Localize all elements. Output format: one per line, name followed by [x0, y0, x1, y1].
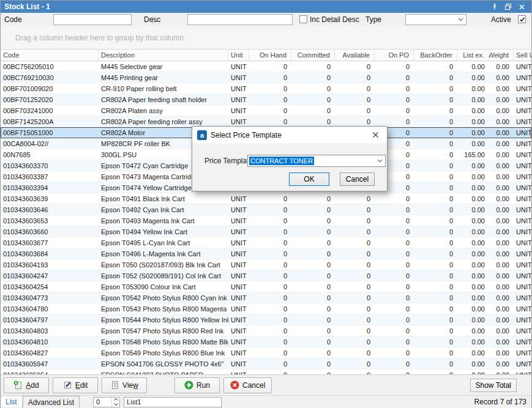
cell-unit: UNIT [228, 347, 249, 358]
cell-list_ex: 0.00 [457, 171, 489, 182]
cell-committed: 0 [291, 358, 335, 369]
column-header-on_po[interactable]: On PO [375, 50, 414, 61]
column-header-backorder[interactable]: BackOrder [414, 50, 457, 61]
table-row[interactable]: 010343603646Epson T0492 Cyan Ink CartUNI… [1, 204, 531, 215]
cell-description: Epson T0544 Photo Stylus R800 Yellow Ink [99, 314, 228, 325]
column-header-unit[interactable]: Unit [228, 50, 249, 61]
table-row[interactable]: 010343603660Epson T0494 Yellow Ink CartU… [1, 226, 531, 237]
dialog-titlebar[interactable]: a Select Price Template [192, 127, 387, 143]
column-header-weight[interactable]: Weight [489, 50, 514, 61]
desc-input[interactable] [187, 14, 293, 25]
spinner-down-icon[interactable] [112, 402, 119, 407]
cell-code: 010343604247 [1, 270, 99, 281]
table-row[interactable]: 010343603639Epson T0491 Black Ink CartUN… [1, 193, 531, 204]
cell-backorder: 0 [414, 314, 457, 325]
column-header-list_ex[interactable]: List ex. [457, 50, 489, 61]
cell-list_ex: 0.00 [457, 303, 489, 314]
cell-unit: UNIT [228, 215, 249, 226]
cell-on_po: 0 [375, 325, 414, 336]
table-row[interactable]: 00BC756205010M445 Selective gearUNIT0000… [1, 61, 531, 72]
restore-icon[interactable] [502, 2, 514, 12]
desc-input-field[interactable] [188, 15, 292, 24]
list-name-input[interactable]: List1 [124, 397, 222, 407]
cell-available: 0 [335, 204, 375, 215]
column-header-sell_unit[interactable]: Sell Unit [514, 50, 531, 61]
pin-icon[interactable] [489, 2, 501, 12]
cell-backorder: 0 [414, 237, 457, 248]
type-dropdown[interactable] [405, 14, 466, 25]
cell-list_ex: 0.00 [457, 83, 489, 94]
table-row[interactable]: 010343605947EPSON S041706 GLOSSY PHOTO 4… [1, 358, 531, 369]
table-row[interactable]: 010343604773Epson T0542 Photo Stylus R80… [1, 292, 531, 303]
cell-sell_unit: UNIT [514, 369, 531, 374]
cell-available: 0 [335, 292, 375, 303]
list-number-stepper[interactable]: 0 [93, 397, 120, 407]
column-header-committed[interactable]: Committed [291, 50, 335, 61]
cell-sell_unit: UNIT [514, 336, 531, 347]
column-header-on_hand[interactable]: On Hand [249, 50, 291, 61]
column-header-code[interactable]: Code [1, 50, 99, 61]
table-row[interactable]: 010343604827Epson T0549 Photo Stylus R80… [1, 347, 531, 358]
cell-list_ex: 0.00 [457, 116, 489, 127]
ok-button[interactable]: OK [289, 172, 329, 186]
cell-on_po: 0 [375, 292, 414, 303]
cell-sell_unit: UNIT [514, 358, 531, 369]
cancel-button[interactable]: Cancel [223, 377, 272, 393]
dialog-close-icon[interactable] [369, 129, 382, 141]
code-input-field[interactable] [54, 15, 152, 24]
edit-button[interactable]: E̲dit [53, 377, 98, 393]
close-icon[interactable] [515, 2, 528, 12]
cell-code: 00BC769210030 [1, 72, 99, 83]
spinner-up-icon[interactable] [112, 398, 119, 402]
table-row[interactable]: 010343603677Epson T0495 L-Cyan Ink CartU… [1, 237, 531, 248]
table-row[interactable]: 010343604810Epson T0548 Photo Stylus R80… [1, 336, 531, 347]
cell-sell_unit: UNIT [514, 237, 531, 248]
table-row[interactable]: 010343604254Epson T053090 Colour Ink Car… [1, 281, 531, 292]
cell-on_hand: 0 [249, 61, 291, 72]
cell-list_ex: 0.00 [457, 281, 489, 292]
cell-available: 0 [335, 105, 375, 116]
add-button[interactable]: A̲dd [4, 377, 49, 393]
tab-advanced-list[interactable]: Advanced List [23, 396, 80, 408]
cell-code: 010343604254 [1, 281, 99, 292]
cell-backorder: 0 [414, 61, 457, 72]
cell-weight: 0.00 [489, 237, 514, 248]
view-button[interactable]: View̲ [102, 377, 147, 393]
cell-available: 0 [335, 369, 375, 374]
table-row[interactable]: 010343604193Epson T050 (S020187/093) Blk… [1, 259, 531, 270]
table-row[interactable]: 00BC769210030M445 Printing gearUNIT00000… [1, 72, 531, 83]
group-by-bar[interactable]: Drag a column header here to group by th… [1, 26, 531, 50]
cell-code: 00BF701009020 [1, 83, 99, 94]
action-toolbar: A̲dd E̲dit View̲ Run Cancel [1, 374, 531, 395]
dialog-cancel-button[interactable]: Cancel [340, 172, 375, 186]
price-template-dropdown[interactable]: CONTRACT TONER [247, 155, 386, 167]
group-by-hint: Drag a column header here to group by th… [15, 34, 184, 42]
table-row[interactable]: 010343603653Epson T0493 Magenta Ink Cart… [1, 215, 531, 226]
cell-list_ex: 0.00 [457, 336, 489, 347]
table-row[interactable]: 010343603684Epson T0496 L-Magenta Ink Ca… [1, 248, 531, 259]
cell-backorder: 0 [414, 358, 457, 369]
cell-weight: 0.00 [489, 347, 514, 358]
table-row[interactable]: 010343604803Epson T0547 Photo Stylus R80… [1, 325, 531, 336]
tab-list[interactable]: List [1, 397, 23, 407]
table-row[interactable]: 010343604247Epson T052 (S020089/191) Col… [1, 270, 531, 281]
column-header-available[interactable]: Available [335, 50, 375, 61]
code-input[interactable]: … [53, 14, 132, 25]
column-header-description[interactable]: Description [99, 50, 228, 61]
table-row[interactable]: 010343604797Epson T0544 Photo Stylus R80… [1, 314, 531, 325]
table-row[interactable]: 00BF701009020CR-910 Paper rolling beltUN… [1, 83, 531, 94]
table-row[interactable]: 00BF703241000CR802A Platen assyUNIT00000… [1, 105, 531, 116]
show-total-button[interactable]: Show Total [470, 379, 517, 392]
active-checkbox[interactable] [518, 15, 526, 23]
cell-list_ex: 0.00 [457, 347, 489, 358]
inc-detail-desc-checkbox[interactable] [299, 15, 307, 23]
table-row[interactable]: 010343604780Epson T0543 Photo Stylus R80… [1, 303, 531, 314]
cell-backorder: 0 [414, 325, 457, 336]
window-titlebar[interactable]: Stock List - 1 [1, 1, 531, 13]
cell-list_ex: 0.00 [457, 314, 489, 325]
table-row[interactable]: 010343605954EPSON S041287 PHOTO PAPERUNI… [1, 369, 531, 374]
run-button[interactable]: Run [174, 377, 220, 393]
table-row[interactable]: 00BF701252020CR802A Paper feeding shaft … [1, 94, 531, 105]
cancel-button-label: Cancel [242, 381, 265, 390]
cell-code: 010343603387 [1, 171, 99, 182]
